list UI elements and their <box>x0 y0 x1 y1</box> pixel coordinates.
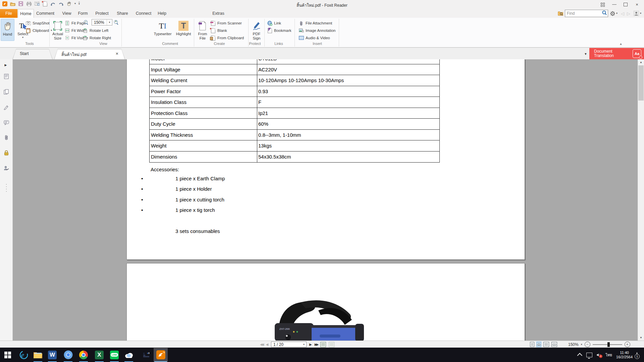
vertical-scrollbar[interactable]: ▲ ▼ <box>638 59 644 341</box>
pdf-sign-button[interactable]: PDF Sign <box>249 19 264 41</box>
menu-item[interactable]: Share <box>115 9 130 18</box>
file-attachment-button[interactable]: File Attachment <box>299 20 332 26</box>
rotate-right-button[interactable]: Rotate Right <box>83 35 111 41</box>
document-translation-badge[interactable]: Document Translation Aa <box>589 48 644 59</box>
menu-item[interactable]: Help <box>155 9 169 18</box>
expand-panel-icon[interactable]: ▶ <box>3 62 9 68</box>
menu-item[interactable]: Comment <box>36 9 55 18</box>
security-panel-icon[interactable] <box>3 150 9 156</box>
layout-grid-button[interactable] <box>597 0 608 9</box>
taskbar-icon-chromium[interactable] <box>63 350 73 360</box>
ribbon: Hand T Select ▾ SnapShot Clipboard ▾ Act… <box>0 18 644 48</box>
scrollbar-thumb[interactable] <box>638 65 644 101</box>
search-folder-icon[interactable] <box>558 11 563 16</box>
snapshot-button[interactable]: SnapShot <box>25 20 50 26</box>
bookmarks-panel-icon[interactable] <box>3 73 9 79</box>
gear-dropdown[interactable]: ▾ <box>616 12 618 15</box>
account-avatar[interactable] <box>634 11 639 16</box>
hand-tool-button[interactable]: Hand <box>1 19 14 41</box>
rotate-left-button[interactable]: Rotate Left <box>83 27 108 34</box>
attachments-panel-icon[interactable] <box>3 134 9 140</box>
typewriter-button[interactable]: TI Typewriter <box>153 19 173 41</box>
gear-icon[interactable] <box>610 11 615 16</box>
taskbar-icon-utility[interactable] <box>141 350 151 360</box>
rotate-right-icon <box>83 36 88 41</box>
sidebar-resize-grip[interactable] <box>6 184 7 193</box>
zoom-slider-handle[interactable] <box>607 342 610 347</box>
page-indicator-box[interactable]: 1 / 20 ▾ <box>271 342 307 347</box>
from-scanner-button[interactable]: From Scanner <box>210 20 242 26</box>
account-dropdown[interactable]: ▾ <box>640 12 641 15</box>
taskbar-icon-foxit[interactable] <box>156 350 166 360</box>
nav-back-icon[interactable]: ◁ <box>621 11 624 16</box>
taskbar-icon-chrome[interactable] <box>78 350 89 360</box>
taskbar-icon-excel[interactable]: X <box>94 350 104 360</box>
zoom-combobox[interactable]: 150% ▾ <box>92 19 112 25</box>
find-input[interactable] <box>565 10 608 17</box>
from-file-button[interactable]: From File <box>195 19 210 41</box>
menu-item[interactable]: Extras <box>207 9 230 18</box>
zoom-in-button[interactable]: + <box>625 342 630 347</box>
continuous-facing-view-icon[interactable] <box>551 342 557 347</box>
signatures-panel-icon[interactable] <box>3 165 9 171</box>
taskbar-icon-file-explorer[interactable] <box>33 350 43 360</box>
minimize-button[interactable] <box>608 0 620 9</box>
highlight-button[interactable]: T Highlight <box>174 19 193 41</box>
restore-button[interactable] <box>620 0 631 9</box>
menu-item[interactable]: Home <box>18 9 34 18</box>
fit-page-button[interactable]: Fit Page <box>64 20 86 26</box>
previous-view-icon[interactable] <box>320 342 326 347</box>
document-tab[interactable]: สิ้นค้าใหม่.pdf × <box>54 49 125 59</box>
page-dropdown[interactable]: ▾ <box>302 343 306 346</box>
language-indicator[interactable]: ไทย <box>606 352 612 358</box>
taskbar-icon-word[interactable]: W <box>47 350 57 360</box>
nav-forward-icon[interactable]: ▷ <box>627 11 630 16</box>
pages-panel-icon[interactable] <box>3 89 9 95</box>
bookmark-button[interactable]: Bookmark <box>267 27 291 34</box>
annotations-panel-icon[interactable] <box>3 104 9 110</box>
first-page-icon[interactable]: ◀◀ <box>260 343 263 346</box>
menu-item[interactable]: View <box>60 9 74 18</box>
menu-item[interactable]: Form <box>76 9 90 18</box>
next-page-icon[interactable]: ▶ <box>309 343 312 346</box>
image-annotation-icon <box>299 28 304 33</box>
previous-page-icon[interactable]: ◀ <box>266 343 268 346</box>
single-page-view-icon[interactable] <box>530 342 534 347</box>
comments-panel-icon[interactable] <box>3 120 9 126</box>
image-annotation-button[interactable]: Image Annotation <box>299 27 336 34</box>
clock[interactable]: 11:40 16/2/2564 <box>616 351 633 359</box>
taskbar-icon-internet-explorer[interactable]: e <box>19 350 29 360</box>
close-button[interactable]: × <box>631 0 643 9</box>
actual-size-button[interactable]: Actual Size <box>50 19 65 41</box>
audio-video-button[interactable]: Audio & Video <box>299 35 330 41</box>
zoom-level-dropdown[interactable]: ▾ <box>581 343 582 346</box>
next-view-icon[interactable] <box>329 342 334 347</box>
close-tab-icon[interactable]: × <box>116 51 118 56</box>
hidden-icons-chevron[interactable] <box>577 353 582 358</box>
continuous-view-icon[interactable] <box>537 342 541 347</box>
facing-view-icon[interactable] <box>543 342 549 347</box>
menu-item[interactable]: Connect <box>134 9 153 18</box>
search-icon[interactable] <box>602 10 607 15</box>
collapse-ribbon-chevron[interactable]: ▲ <box>617 42 625 46</box>
menu-item[interactable]: File <box>0 9 17 18</box>
zoom-dropdown[interactable]: ▾ <box>107 19 112 25</box>
zoom-slider[interactable] <box>593 344 622 345</box>
tab-list-dropdown[interactable]: ▼ <box>582 50 589 58</box>
scroll-up-icon[interactable]: ▲ <box>638 59 644 65</box>
volume-muted-icon[interactable]: × <box>596 353 602 357</box>
last-page-icon[interactable]: ▶▶ <box>315 343 318 346</box>
blank-page-button[interactable]: Blank <box>210 27 227 34</box>
taskbar-icon-icloud[interactable] <box>124 350 134 360</box>
document-tab[interactable]: Start × <box>12 49 53 59</box>
action-center-icon[interactable]: 1 <box>637 353 637 357</box>
clipboard-button[interactable]: Clipboard ▾ <box>25 27 52 34</box>
scroll-down-icon[interactable]: ▼ <box>638 335 644 341</box>
taskbar-icon-line[interactable]: LINE <box>109 350 119 360</box>
start-button[interactable] <box>3 350 13 360</box>
zoom-out-button[interactable]: − <box>585 342 590 347</box>
from-clipboard-button[interactable]: From Clipboard <box>210 35 244 41</box>
menu-item[interactable]: Protect <box>93 9 111 18</box>
network-icon[interactable] <box>586 353 592 357</box>
link-button[interactable]: Link <box>267 20 281 26</box>
